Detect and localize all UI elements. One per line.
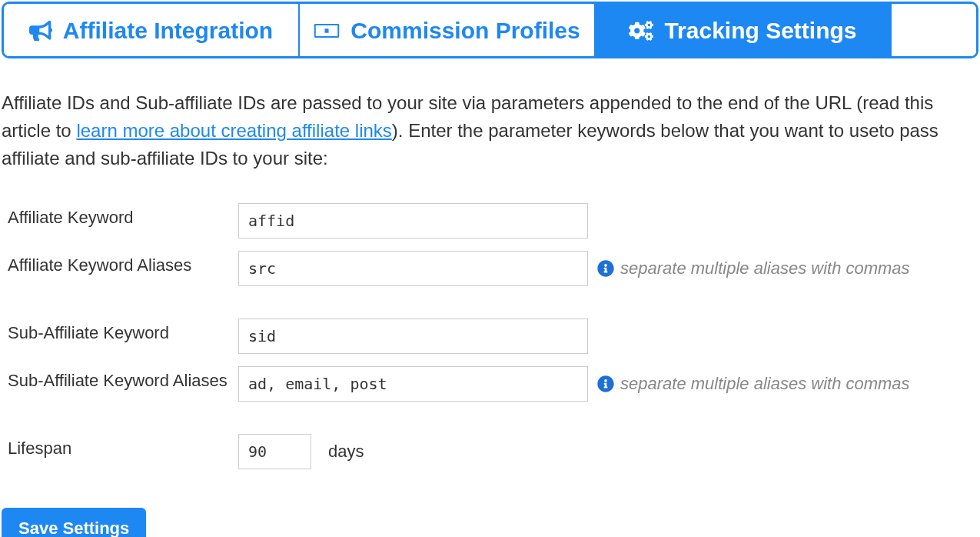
row-sub-affiliate-keyword-aliases: Sub-Affiliate Keyword Aliases separate m… (0, 366, 980, 402)
tab-affiliate-integration[interactable]: Affiliate Integration (4, 4, 300, 56)
megaphone-icon (29, 20, 52, 42)
tab-label: Commission Profiles (350, 18, 580, 44)
row-affiliate-keyword-aliases: Affiliate Keyword Aliases separate multi… (0, 251, 980, 286)
tab-commission-profiles[interactable]: Commission Profiles (300, 4, 596, 56)
content-panel: Affiliate IDs and Sub-affiliate IDs are … (0, 58, 980, 537)
tab-label: Tracking Settings (664, 18, 856, 44)
money-bill-icon (314, 21, 340, 41)
info-icon (597, 260, 614, 277)
save-settings-button[interactable]: Save Settings (2, 508, 146, 537)
label-affiliate-keyword-aliases: Affiliate Keyword Aliases (8, 251, 238, 275)
row-sub-affiliate-keyword: Sub-Affiliate Keyword (0, 319, 980, 354)
intro-text: Affiliate IDs and Sub-affiliate IDs are … (0, 89, 980, 172)
input-affiliate-keyword-aliases[interactable] (238, 251, 588, 286)
hint-text: separate multiple aliases with commas (620, 258, 910, 279)
label-affiliate-keyword: Affiliate Keyword (8, 203, 238, 228)
label-sub-affiliate-keyword-aliases: Sub-Affiliate Keyword Aliases (8, 366, 238, 391)
label-days: days (328, 442, 364, 462)
input-affiliate-keyword[interactable] (238, 203, 588, 238)
input-lifespan[interactable] (238, 434, 311, 469)
tab-trailing-space (892, 4, 976, 56)
row-affiliate-keyword: Affiliate Keyword (0, 203, 980, 238)
hint-affiliate-aliases: separate multiple aliases with commas (597, 258, 910, 279)
label-sub-affiliate-keyword: Sub-Affiliate Keyword (8, 319, 238, 343)
hint-sub-affiliate-aliases: separate multiple aliases with commas (597, 374, 910, 394)
tab-tracking-settings[interactable]: Tracking Settings (596, 4, 892, 56)
input-sub-affiliate-keyword[interactable] (238, 319, 588, 354)
info-icon (597, 375, 614, 392)
svg-rect-1 (325, 28, 329, 33)
input-sub-affiliate-keyword-aliases[interactable] (238, 366, 588, 402)
label-lifespan: Lifespan (8, 434, 238, 459)
tab-label: Affiliate Integration (63, 18, 273, 44)
hint-text: separate multiple aliases with commas (620, 374, 910, 394)
row-lifespan: Lifespan days (0, 434, 980, 469)
cogs-icon (629, 20, 653, 42)
intro-link[interactable]: learn more about creating affiliate link… (76, 120, 391, 141)
tabs-container: Affiliate Integration Commission Profile… (2, 2, 978, 58)
